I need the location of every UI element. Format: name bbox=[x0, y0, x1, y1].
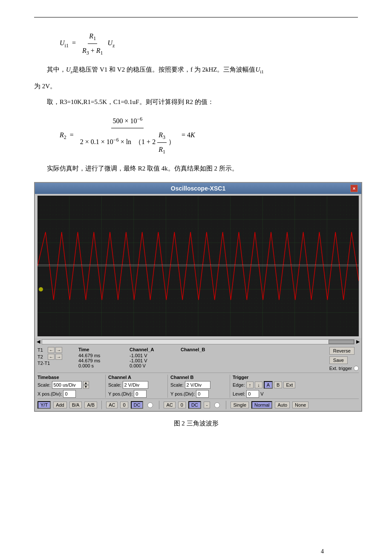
dash-btn[interactable]: - bbox=[204, 402, 210, 408]
edge-ext-btn[interactable]: Ext bbox=[283, 382, 295, 388]
timebase-spin[interactable]: ▲ ▼ bbox=[83, 381, 89, 389]
t2t1-time-val: 0.000 s bbox=[78, 363, 121, 368]
time-col-label: Time bbox=[78, 347, 121, 352]
t1-left-btn[interactable]: ← bbox=[48, 347, 55, 353]
oscilloscope-window: Oscilloscope-XSC1 × bbox=[34, 182, 362, 412]
osc-time-cursors: T1 ← → T2 ← → T2-T1 bbox=[37, 347, 76, 366]
cha-section-label: Channel A bbox=[108, 375, 165, 380]
paragraph-2: 取，R3=10K,R1=5.5K，C1=0.1uF。则可计算得到 R2 的值： bbox=[34, 96, 358, 108]
channel-a-section: Channel A Scale: Y pos.(Div): bbox=[108, 375, 168, 398]
scroll-right-btn[interactable]: ▶ bbox=[356, 339, 360, 344]
edge-b-btn[interactable]: B bbox=[274, 382, 282, 388]
chb-section-label: Channel B bbox=[170, 375, 227, 380]
yt-btn[interactable]: Y/T bbox=[37, 401, 51, 409]
t2-label: T2 bbox=[37, 354, 47, 359]
timebase-section: Timebase Scale: ▲ ▼ X pos.(Div): bbox=[37, 375, 106, 398]
figure-caption: 图 2 三角波波形 bbox=[34, 419, 358, 428]
ch2-radio[interactable] bbox=[214, 402, 220, 408]
cha-ypos-input[interactable] bbox=[134, 390, 147, 398]
osc-title: Oscilloscope-XSC1 bbox=[46, 185, 350, 192]
edge-rising-btn[interactable]: ↑ bbox=[246, 382, 254, 388]
add-btn[interactable]: Add bbox=[53, 402, 67, 408]
timebase-label: Timebase bbox=[37, 375, 103, 380]
zero1-btn[interactable]: 0 bbox=[120, 402, 128, 408]
ext-trigger-label: Ext. trigger bbox=[329, 366, 352, 371]
level-label: Level: bbox=[233, 391, 245, 396]
chb-measurement-data: Channel_B bbox=[181, 347, 223, 368]
timebase-scale-input[interactable] bbox=[52, 381, 82, 389]
paragraph-1: 其中，Uz是稳压管 V1 和 V2 的稳压值。按照要求，f 为 2kHZ。三角波… bbox=[34, 64, 358, 76]
trigger-section: Trigger Edge: ↑ ↓ A B Ext Level: V bbox=[233, 375, 359, 398]
osc-measurement-data: Time 44.679 ms 44.679 ms 0.000 s Channel… bbox=[78, 347, 327, 368]
trigger-label: Trigger bbox=[233, 375, 359, 380]
ab-btn[interactable]: A/B bbox=[84, 402, 97, 408]
t2-right-btn[interactable]: → bbox=[55, 354, 62, 360]
edge-a-btn[interactable]: A bbox=[264, 381, 273, 389]
chb-ypos-label: Y pos.(Div): bbox=[170, 391, 195, 396]
dc2-btn[interactable]: DC bbox=[188, 401, 201, 409]
chb-ypos-input[interactable] bbox=[196, 390, 209, 398]
none-btn[interactable]: None bbox=[292, 402, 308, 408]
paragraph-1b: 为 2V。 bbox=[34, 81, 358, 92]
auto-btn[interactable]: Auto bbox=[275, 402, 290, 408]
spin-up[interactable]: ▲ bbox=[83, 381, 89, 385]
t2-left-btn[interactable]: ← bbox=[48, 354, 55, 360]
ac2-btn[interactable]: AC bbox=[164, 402, 175, 408]
save-button[interactable]: Save bbox=[329, 356, 348, 364]
page-divider bbox=[34, 17, 358, 17]
osc-settings-row: Timebase Scale: ▲ ▼ X pos.(Div): bbox=[37, 373, 359, 398]
chb-scale-label: Scale: bbox=[170, 382, 184, 387]
osc-screen bbox=[37, 196, 359, 336]
scroll-left-btn[interactable]: ◀ bbox=[37, 339, 40, 344]
formula-2: R2 = 500 × 10−6 2 × 0.1 × 10−6 × ln （1 +… bbox=[60, 114, 358, 157]
cha-ypos-label: Y pos.(Div): bbox=[108, 391, 133, 396]
formula-1: Ui1 = R1 R3 + R1 Uz bbox=[60, 29, 358, 58]
t1-time-val: 44.679 ms bbox=[78, 353, 121, 358]
channel-b-section: Channel B Scale: Y pos.(Div): bbox=[170, 375, 230, 398]
t1-cha-val: -1.001 V bbox=[130, 353, 172, 358]
level-input[interactable] bbox=[246, 390, 259, 398]
t2t1-cha-val: 0.000 V bbox=[130, 363, 172, 368]
cha-col-label: Channel_A bbox=[130, 347, 172, 352]
osc-controls: T1 ← → T2 ← → T2-T1 Ti bbox=[35, 345, 361, 411]
t1-right-btn[interactable]: → bbox=[55, 347, 62, 353]
t2t1-label: T2-T1 bbox=[37, 361, 50, 366]
xpos-input[interactable] bbox=[63, 390, 76, 398]
xpos-label: X pos.(Div): bbox=[37, 391, 62, 396]
ext-trigger-radio[interactable] bbox=[354, 366, 359, 371]
ba-btn[interactable]: B/A bbox=[69, 402, 82, 408]
scale-label: Scale: bbox=[37, 382, 51, 387]
osc-scrollbar-row: ◀ ▶ bbox=[35, 338, 361, 345]
time-data: Time 44.679 ms 44.679 ms 0.000 s bbox=[78, 347, 121, 368]
osc-titlebar: Oscilloscope-XSC1 × bbox=[35, 183, 361, 194]
svg-point-64 bbox=[39, 287, 43, 292]
ch1-radio[interactable] bbox=[147, 402, 153, 408]
dc1-btn[interactable]: DC bbox=[131, 401, 144, 409]
reverse-button[interactable]: Reverse bbox=[329, 347, 355, 355]
chb-col-label: Channel_B bbox=[181, 347, 223, 352]
t2-time-val: 44.679 ms bbox=[78, 358, 121, 363]
spin-down[interactable]: ▼ bbox=[83, 385, 89, 389]
cha-scale-input[interactable] bbox=[123, 381, 148, 389]
level-unit: V bbox=[260, 391, 263, 396]
paragraph-3: 实际仿真时，进行了微调，最终 R2 取值 4k。仿真结果如图 2 所示。 bbox=[34, 163, 358, 174]
t1-label: T1 bbox=[37, 347, 47, 353]
normal-btn[interactable]: Normal bbox=[251, 401, 272, 409]
edge-falling-btn[interactable]: ↓ bbox=[255, 382, 262, 388]
cha-measurement-data: Channel_A -1.001 V -1.001 V 0.000 V bbox=[130, 347, 172, 368]
cha-scale-label: Scale: bbox=[108, 382, 121, 387]
edge-label: Edge: bbox=[233, 382, 245, 387]
osc-right-buttons: Reverse Save Ext. trigger bbox=[329, 347, 359, 371]
ac1-btn[interactable]: AC bbox=[106, 402, 118, 408]
chb-scale-input[interactable] bbox=[185, 381, 210, 389]
single-btn[interactable]: Single bbox=[231, 402, 249, 408]
osc-bottom-row: Y/T Add B/A A/B AC 0 DC AC 0 DC - Single… bbox=[37, 399, 359, 409]
osc-close-button[interactable]: × bbox=[350, 185, 358, 192]
zero2-btn[interactable]: 0 bbox=[178, 402, 186, 408]
t2-cha-val: -1.001 V bbox=[130, 358, 172, 363]
page-number: 4 bbox=[321, 548, 324, 555]
osc-horizontal-scrollbar[interactable] bbox=[42, 339, 355, 344]
